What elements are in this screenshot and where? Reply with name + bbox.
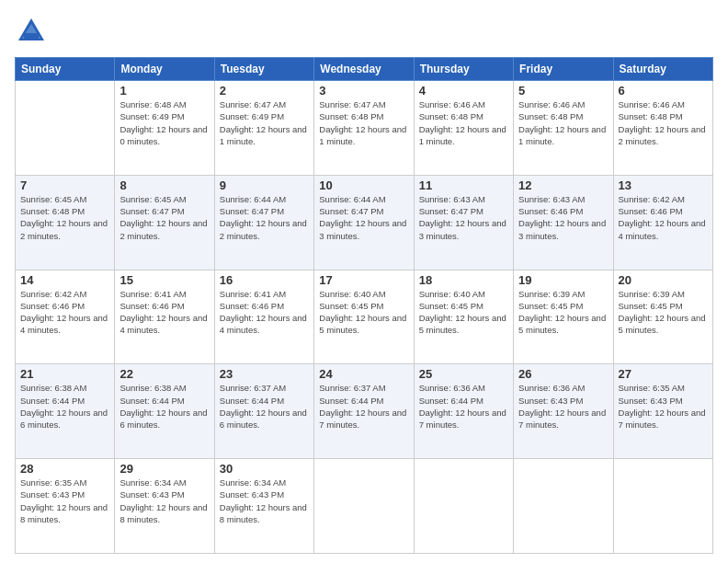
calendar-cell [613, 459, 712, 554]
day-info: Sunrise: 6:34 AMSunset: 6:43 PMDaylight:… [119, 477, 209, 525]
day-number: 15 [119, 273, 209, 287]
logo [15, 15, 51, 48]
day-info: Sunrise: 6:39 AMSunset: 6:45 PMDaylight:… [518, 288, 608, 337]
calendar-cell: 21Sunrise: 6:38 AMSunset: 6:44 PMDayligh… [16, 364, 115, 459]
calendar-cell: 4Sunrise: 6:46 AMSunset: 6:48 PMDaylight… [414, 81, 513, 176]
day-info: Sunrise: 6:42 AMSunset: 6:46 PMDaylight:… [20, 288, 109, 337]
day-info: Sunrise: 6:36 AMSunset: 6:44 PMDaylight:… [419, 382, 508, 431]
day-info: Sunrise: 6:43 AMSunset: 6:47 PMDaylight:… [419, 193, 508, 242]
calendar-table: SundayMondayTuesdayWednesdayThursdayFrid… [15, 57, 713, 554]
calendar-cell: 6Sunrise: 6:46 AMSunset: 6:48 PMDaylight… [613, 81, 712, 176]
calendar-cell: 17Sunrise: 6:40 AMSunset: 6:45 PMDayligh… [314, 270, 414, 364]
day-info: Sunrise: 6:35 AMSunset: 6:43 PMDaylight:… [619, 382, 708, 431]
weekday-header: Thursday [414, 58, 513, 81]
day-number: 4 [419, 84, 508, 98]
day-number: 16 [220, 273, 309, 287]
calendar-cell: 15Sunrise: 6:41 AMSunset: 6:46 PMDayligh… [115, 270, 214, 364]
day-number: 21 [20, 367, 109, 381]
calendar-cell: 30Sunrise: 6:34 AMSunset: 6:43 PMDayligh… [214, 459, 313, 554]
day-info: Sunrise: 6:39 AMSunset: 6:45 PMDaylight:… [619, 288, 708, 337]
calendar-cell: 25Sunrise: 6:36 AMSunset: 6:44 PMDayligh… [414, 364, 513, 459]
calendar-week-row: 21Sunrise: 6:38 AMSunset: 6:44 PMDayligh… [16, 364, 713, 459]
weekday-header: Wednesday [314, 58, 414, 81]
day-info: Sunrise: 6:44 AMSunset: 6:47 PMDaylight:… [220, 193, 309, 242]
day-info: Sunrise: 6:44 AMSunset: 6:47 PMDaylight:… [319, 193, 408, 242]
day-info: Sunrise: 6:36 AMSunset: 6:43 PMDaylight:… [518, 382, 608, 431]
calendar-cell: 11Sunrise: 6:43 AMSunset: 6:47 PMDayligh… [414, 175, 513, 270]
day-info: Sunrise: 6:42 AMSunset: 6:46 PMDaylight:… [619, 193, 708, 242]
day-number: 1 [119, 84, 209, 98]
day-info: Sunrise: 6:46 AMSunset: 6:48 PMDaylight:… [619, 98, 708, 147]
day-info: Sunrise: 6:45 AMSunset: 6:47 PMDaylight:… [119, 193, 209, 242]
calendar-cell: 3Sunrise: 6:47 AMSunset: 6:48 PMDaylight… [314, 81, 414, 176]
day-info: Sunrise: 6:47 AMSunset: 6:49 PMDaylight:… [220, 98, 309, 147]
day-number: 17 [319, 273, 408, 287]
day-number: 11 [419, 178, 508, 192]
calendar-cell: 20Sunrise: 6:39 AMSunset: 6:45 PMDayligh… [613, 270, 712, 364]
day-info: Sunrise: 6:41 AMSunset: 6:46 PMDaylight:… [119, 288, 209, 337]
calendar-cell: 16Sunrise: 6:41 AMSunset: 6:46 PMDayligh… [214, 270, 313, 364]
day-number: 27 [619, 367, 708, 381]
day-info: Sunrise: 6:48 AMSunset: 6:49 PMDaylight:… [119, 98, 209, 147]
day-info: Sunrise: 6:43 AMSunset: 6:46 PMDaylight:… [518, 193, 608, 242]
day-number: 5 [518, 84, 608, 98]
day-info: Sunrise: 6:46 AMSunset: 6:48 PMDaylight:… [518, 98, 608, 147]
calendar-week-row: 14Sunrise: 6:42 AMSunset: 6:46 PMDayligh… [16, 270, 713, 364]
calendar-header-row: SundayMondayTuesdayWednesdayThursdayFrid… [16, 58, 713, 81]
calendar-cell: 28Sunrise: 6:35 AMSunset: 6:43 PMDayligh… [16, 459, 115, 554]
day-number: 14 [20, 273, 109, 287]
calendar-cell: 12Sunrise: 6:43 AMSunset: 6:46 PMDayligh… [514, 175, 613, 270]
day-info: Sunrise: 6:38 AMSunset: 6:44 PMDaylight:… [119, 382, 209, 431]
calendar-week-row: 1Sunrise: 6:48 AMSunset: 6:49 PMDaylight… [16, 81, 713, 176]
logo-icon [15, 15, 48, 48]
day-number: 25 [419, 367, 508, 381]
day-info: Sunrise: 6:35 AMSunset: 6:43 PMDaylight:… [20, 477, 109, 525]
day-number: 22 [119, 367, 209, 381]
calendar-cell: 27Sunrise: 6:35 AMSunset: 6:43 PMDayligh… [613, 364, 712, 459]
day-number: 29 [119, 462, 209, 476]
day-number: 7 [20, 178, 109, 192]
day-number: 6 [619, 84, 708, 98]
calendar-cell: 10Sunrise: 6:44 AMSunset: 6:47 PMDayligh… [314, 175, 414, 270]
day-number: 23 [220, 367, 309, 381]
weekday-header: Sunday [16, 58, 115, 81]
day-number: 28 [20, 462, 109, 476]
day-number: 26 [518, 367, 608, 381]
day-number: 18 [419, 273, 508, 287]
day-info: Sunrise: 6:45 AMSunset: 6:48 PMDaylight:… [20, 193, 109, 242]
calendar-cell: 18Sunrise: 6:40 AMSunset: 6:45 PMDayligh… [414, 270, 513, 364]
day-number: 12 [518, 178, 608, 192]
day-info: Sunrise: 6:37 AMSunset: 6:44 PMDaylight:… [220, 382, 309, 431]
day-number: 2 [220, 84, 309, 98]
calendar-week-row: 28Sunrise: 6:35 AMSunset: 6:43 PMDayligh… [16, 459, 713, 554]
calendar-cell [414, 459, 513, 554]
calendar-cell: 13Sunrise: 6:42 AMSunset: 6:46 PMDayligh… [613, 175, 712, 270]
header [15, 15, 713, 48]
calendar-cell [514, 459, 613, 554]
day-info: Sunrise: 6:38 AMSunset: 6:44 PMDaylight:… [20, 382, 109, 431]
day-number: 19 [518, 273, 608, 287]
day-info: Sunrise: 6:37 AMSunset: 6:44 PMDaylight:… [319, 382, 408, 431]
calendar-cell: 5Sunrise: 6:46 AMSunset: 6:48 PMDaylight… [514, 81, 613, 176]
calendar-cell: 8Sunrise: 6:45 AMSunset: 6:47 PMDaylight… [115, 175, 214, 270]
day-number: 9 [220, 178, 309, 192]
weekday-header: Friday [514, 58, 613, 81]
day-info: Sunrise: 6:47 AMSunset: 6:48 PMDaylight:… [319, 98, 408, 147]
day-number: 10 [319, 178, 408, 192]
weekday-header: Saturday [613, 58, 712, 81]
day-number: 30 [220, 462, 309, 476]
page: SundayMondayTuesdayWednesdayThursdayFrid… [0, 0, 728, 563]
weekday-header: Tuesday [214, 58, 313, 81]
svg-rect-2 [24, 33, 39, 40]
calendar-cell: 26Sunrise: 6:36 AMSunset: 6:43 PMDayligh… [514, 364, 613, 459]
day-info: Sunrise: 6:40 AMSunset: 6:45 PMDaylight:… [419, 288, 508, 337]
calendar-cell [314, 459, 414, 554]
calendar-cell: 22Sunrise: 6:38 AMSunset: 6:44 PMDayligh… [115, 364, 214, 459]
calendar-cell: 23Sunrise: 6:37 AMSunset: 6:44 PMDayligh… [214, 364, 313, 459]
calendar-cell: 24Sunrise: 6:37 AMSunset: 6:44 PMDayligh… [314, 364, 414, 459]
day-number: 20 [619, 273, 708, 287]
calendar-cell: 1Sunrise: 6:48 AMSunset: 6:49 PMDaylight… [115, 81, 214, 176]
calendar-cell: 9Sunrise: 6:44 AMSunset: 6:47 PMDaylight… [214, 175, 313, 270]
day-number: 3 [319, 84, 408, 98]
calendar-cell [16, 81, 115, 176]
